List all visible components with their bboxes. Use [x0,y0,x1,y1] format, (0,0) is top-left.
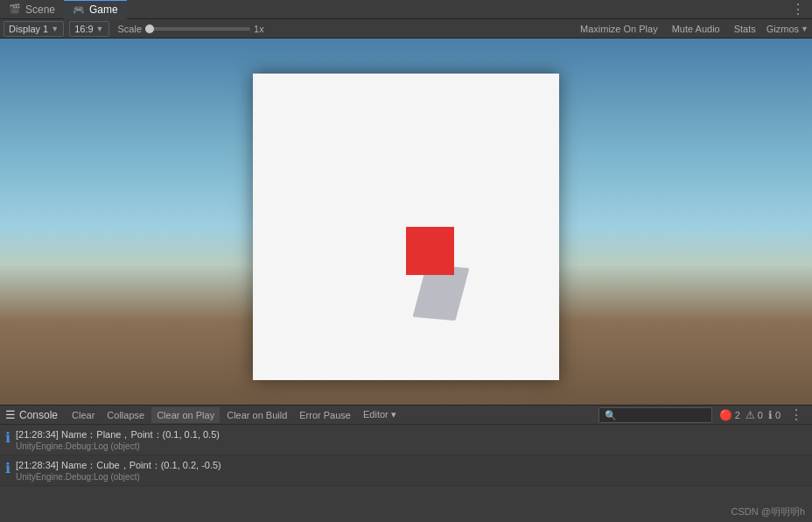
error-count-badge: 🔴 2 [719,409,740,421]
collapse-button[interactable]: Collapse [102,407,150,423]
game-toolbar: Display 1 ▼ 16:9 ▼ Scale 1x Maximize On … [0,19,812,39]
console-menu-button[interactable]: ⋮ [786,406,807,423]
warning-badge-icon: ⚠ [746,409,755,421]
msg-line2-1: UnityEngine.Debug:Log (object) [16,472,807,482]
game-canvas [253,74,559,380]
msg-info-icon-0: ℹ [5,429,10,446]
editor-dropdown[interactable]: Editor ▾ [358,407,402,423]
scale-thumb [145,25,154,33]
cube-red-face [406,227,454,275]
console-counts: 🔴 2 ⚠ 0 ℹ 0 [719,409,780,421]
console-message-0[interactable]: ℹ [21:28:34] Name：Plane，Point：(0.1, 0.1,… [0,425,812,455]
scale-container: Scale 1x [118,24,264,34]
scene-icon: 🎬 [9,4,21,15]
console-messages: ℹ [21:28:34] Name：Plane，Point：(0.1, 0.1,… [0,425,812,522]
console-message-1[interactable]: ℹ [21:28:34] Name：Cube，Point：(0.1, 0.2, … [0,455,812,486]
scale-label: Scale [118,24,143,34]
error-count: 2 [735,410,740,420]
game-icon: 🎮 [73,4,85,16]
msg-content-1: [21:28:34] Name：Cube，Point：(0.1, 0.2, -0… [16,459,807,482]
tab-game[interactable]: 🎮 Game [64,0,127,19]
msg-content-0: [21:28:34] Name：Plane，Point：(0.1, 0.1, 0… [16,428,807,451]
gizmos-arrow-icon: ▼ [801,25,808,33]
tab-scene[interactable]: 🎬 Scene [0,0,64,19]
info-count: 0 [775,410,780,420]
warning-count: 0 [758,410,763,420]
gizmos-dropdown[interactable]: Gizmos ▼ [766,24,808,34]
tab-game-label: Game [89,4,118,16]
error-badge-icon: 🔴 [719,409,732,421]
console-header: ☰ Console Clear Collapse Clear on Play C… [0,406,812,425]
clear-on-build-button[interactable]: Clear on Build [221,407,292,423]
console-icon: ☰ [5,408,16,421]
aspect-label: 16:9 [74,24,93,34]
console-panel: ☰ Console Clear Collapse Clear on Play C… [0,405,812,522]
display-dropdown[interactable]: Display 1 ▼ [4,21,64,37]
aspect-dropdown[interactable]: 16:9 ▼ [69,21,108,37]
clear-button[interactable]: Clear [66,407,100,423]
display-arrow-icon: ▼ [51,25,59,33]
msg-line2-0: UnityEngine.Debug:Log (object) [16,441,807,451]
display-label: Display 1 [9,24,48,34]
info-count-badge: ℹ 0 [768,409,780,421]
console-title-label: Console [19,409,58,421]
console-title: ☰ Console [5,408,65,421]
tab-bar: 🎬 Scene 🎮 Game ⋮ [0,0,812,19]
game-view [0,39,812,415]
console-search-input[interactable] [598,407,712,423]
scale-value: 1x [254,24,264,34]
msg-line1-1: [21:28:34] Name：Cube，Point：(0.1, 0.2, -0… [16,459,807,472]
gizmos-label: Gizmos [766,24,799,34]
toolbar-right: Maximize On Play Mute Audio Stats Gizmos… [577,23,808,35]
info-badge-icon: ℹ [768,409,773,421]
maximize-on-play-button[interactable]: Maximize On Play [577,23,662,35]
msg-line1-0: [21:28:34] Name：Plane，Point：(0.1, 0.1, 0… [16,428,807,441]
tab-menu-button[interactable]: ⋮ [784,0,812,19]
clear-on-play-button[interactable]: Clear on Play [151,407,220,423]
stats-button[interactable]: Stats [731,23,760,35]
warning-count-badge: ⚠ 0 [746,409,763,421]
mute-audio-button[interactable]: Mute Audio [668,23,724,35]
scale-slider[interactable] [145,27,250,31]
error-pause-button[interactable]: Error Pause [294,407,356,423]
msg-info-icon-1: ℹ [5,460,10,476]
tab-scene-label: Scene [25,4,55,16]
aspect-arrow-icon: ▼ [96,25,104,33]
